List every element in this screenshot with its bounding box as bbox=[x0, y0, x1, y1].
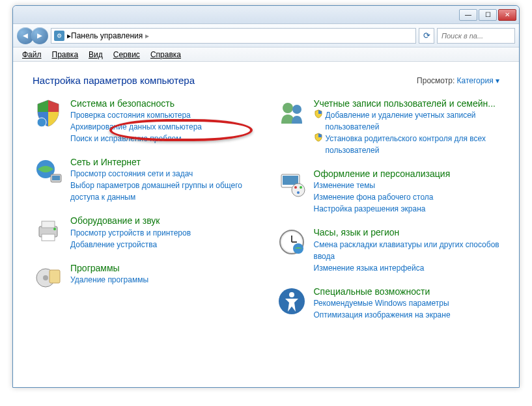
printer-icon bbox=[33, 215, 64, 246]
globe-network-icon bbox=[33, 156, 64, 187]
category-hardware: Оборудование и звук Просмотр устройств и… bbox=[33, 215, 257, 250]
category-link[interactable]: Проверка состояния компьютера bbox=[70, 109, 257, 121]
categories-left: Система и безопасность Проверка состояни… bbox=[33, 98, 257, 321]
accessibility-icon bbox=[276, 286, 307, 317]
minimize-button[interactable]: — bbox=[459, 9, 477, 21]
category-link[interactable]: Оптимизация изображения на экране bbox=[314, 309, 500, 321]
svg-point-12 bbox=[292, 105, 301, 114]
category-link[interactable]: Удаление программы bbox=[70, 274, 257, 286]
svg-point-0 bbox=[37, 118, 46, 127]
programs-icon bbox=[33, 262, 64, 293]
category-title[interactable]: Специальные возможности bbox=[314, 286, 500, 297]
menu-bar: Файл Правка Вид Сервис Справка bbox=[13, 47, 519, 62]
category-link[interactable]: Изменение темы bbox=[314, 180, 500, 191]
category-link[interactable]: Просмотр устройств и принтеров bbox=[70, 227, 257, 239]
appearance-icon bbox=[276, 168, 307, 199]
menu-help[interactable]: Справка bbox=[147, 49, 185, 61]
svg-point-16 bbox=[294, 186, 297, 189]
svg-rect-14 bbox=[283, 176, 298, 185]
svg-point-18 bbox=[297, 191, 300, 194]
view-selector: Просмотр: Категория ▾ bbox=[417, 76, 499, 85]
category-title[interactable]: Оборудование и звук bbox=[70, 215, 257, 226]
menu-view[interactable]: Вид bbox=[85, 49, 107, 61]
uac-shield-icon bbox=[314, 109, 323, 118]
category-title[interactable]: Учетные записи пользователей и семейн... bbox=[314, 98, 500, 109]
search-input[interactable] bbox=[441, 32, 511, 40]
svg-rect-6 bbox=[42, 234, 55, 241]
category-link[interactable]: Изменение фона рабочего стола bbox=[314, 191, 500, 203]
svg-point-15 bbox=[292, 183, 305, 196]
category-link[interactable]: Архивирование данных компьютера bbox=[70, 121, 257, 133]
forward-button[interactable]: ► bbox=[31, 27, 48, 44]
titlebar: — ☐ ✕ bbox=[13, 6, 519, 24]
category-clock-region: Часы, язык и регион Смена раскладки клав… bbox=[276, 226, 500, 273]
category-title[interactable]: Часы, язык и регион bbox=[314, 226, 500, 238]
clock-icon bbox=[276, 226, 307, 258]
svg-rect-3 bbox=[52, 176, 60, 180]
category-link[interactable]: Настройка разрешения экрана bbox=[314, 203, 500, 215]
close-button[interactable]: ✕ bbox=[498, 9, 516, 21]
breadcrumb[interactable]: ⚙ ▸ Панель управления ▸ bbox=[51, 28, 416, 44]
menu-edit[interactable]: Правка bbox=[48, 49, 83, 61]
category-link[interactable]: Смена раскладки клавиатуры или других сп… bbox=[314, 239, 500, 262]
menu-tools[interactable]: Сервис bbox=[109, 49, 144, 61]
breadcrumb-sep: ▸ bbox=[145, 31, 149, 40]
category-link[interactable]: Просмотр состояния сети и задач bbox=[70, 168, 257, 180]
control-panel-window: — ☐ ✕ ◄ ► ⚙ ▸ Панель управления ▸ ⟳ Файл… bbox=[12, 5, 520, 388]
category-link[interactable]: Добавление и удаление учетных записей по… bbox=[326, 109, 500, 133]
view-dropdown[interactable]: Категория ▾ bbox=[457, 76, 499, 85]
refresh-button[interactable]: ⟳ bbox=[419, 28, 434, 44]
breadcrumb-label[interactable]: Панель управления bbox=[71, 31, 143, 40]
category-link[interactable]: Изменение языка интерфейса bbox=[314, 262, 500, 274]
content-area: Настройка параметров компьютера Просмотр… bbox=[13, 62, 519, 387]
category-link[interactable]: Поиск и исправление проблем bbox=[70, 133, 257, 144]
navigation-bar: ◄ ► ⚙ ▸ Панель управления ▸ ⟳ bbox=[13, 24, 519, 47]
search-box[interactable] bbox=[437, 28, 515, 44]
svg-rect-10 bbox=[49, 270, 60, 283]
svg-point-17 bbox=[300, 186, 302, 189]
shield-icon bbox=[33, 98, 64, 129]
category-title[interactable]: Оформление и персонализация bbox=[314, 168, 500, 180]
menu-file[interactable]: Файл bbox=[18, 49, 46, 61]
categories-right: Учетные записи пользователей и семейн...… bbox=[276, 98, 500, 321]
category-link[interactable]: Добавление устройства bbox=[70, 239, 257, 250]
control-panel-icon: ⚙ bbox=[54, 31, 64, 41]
category-system-security: Система и безопасность Проверка состояни… bbox=[33, 98, 257, 144]
svg-rect-5 bbox=[42, 221, 55, 228]
category-title[interactable]: Сеть и Интернет bbox=[70, 156, 257, 168]
svg-point-25 bbox=[289, 292, 294, 297]
category-link[interactable]: Установка родительского контроля для все… bbox=[326, 133, 500, 156]
uac-shield-icon bbox=[314, 133, 323, 142]
category-link[interactable]: Выбор параметров домашней группы и общег… bbox=[70, 180, 257, 203]
svg-point-7 bbox=[53, 228, 56, 230]
category-link[interactable]: Рекомендуемые Windows параметры bbox=[314, 297, 500, 309]
category-title[interactable]: Система и безопасность bbox=[70, 98, 257, 109]
view-label: Просмотр: bbox=[417, 76, 455, 85]
users-icon bbox=[276, 98, 307, 129]
category-users: Учетные записи пользователей и семейн...… bbox=[276, 98, 500, 156]
category-appearance: Оформление и персонализация Изменение те… bbox=[276, 168, 500, 215]
page-title: Настройка параметров компьютера bbox=[33, 75, 195, 86]
category-programs: Программы Удаление программы bbox=[33, 262, 257, 293]
category-accessibility: Специальные возможности Рекомендуемые Wi… bbox=[276, 286, 500, 321]
category-title[interactable]: Программы bbox=[70, 262, 257, 274]
svg-point-9 bbox=[43, 275, 48, 280]
maximize-button[interactable]: ☐ bbox=[479, 9, 497, 21]
category-network: Сеть и Интернет Просмотр состояния сети … bbox=[33, 156, 257, 203]
svg-point-11 bbox=[283, 103, 293, 113]
